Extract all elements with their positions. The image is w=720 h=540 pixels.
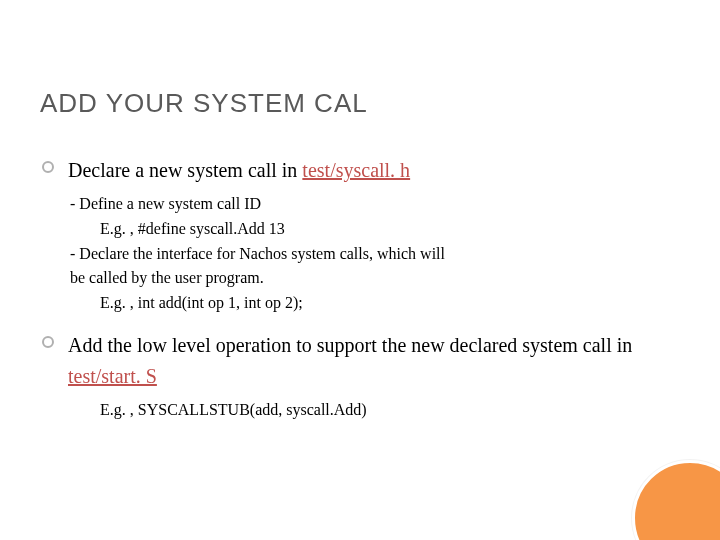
slide-title: ADD YOUR SYSTEM CAL [40, 88, 680, 119]
sub-line: - Declare the interface for Nachos syste… [70, 242, 680, 267]
decorative-circle-icon [632, 460, 720, 540]
list-item: Add the low level operation to support t… [42, 330, 680, 392]
list-item-text: Declare a new system call in test/syscal… [68, 155, 410, 186]
bullet-icon [42, 161, 54, 173]
sub-line: E.g. , #define syscall.Add 13 [100, 217, 680, 242]
sub-line: E.g. , int add(int op 1, int op 2); [100, 291, 680, 316]
slide: ADD YOUR SYSTEM CAL Declare a new system… [0, 0, 720, 540]
list-item: Declare a new system call in test/syscal… [42, 155, 680, 186]
slide-content: Declare a new system call in test/syscal… [40, 155, 680, 423]
bullet-icon [42, 336, 54, 348]
sub-line: be called by the user program. [70, 266, 680, 291]
sub-line: - Define a new system call ID [70, 192, 680, 217]
file-reference: test/start. S [68, 365, 157, 387]
spacer [40, 316, 680, 330]
list-item-text: Add the low level operation to support t… [68, 330, 680, 392]
text-run: Declare a new system call in [68, 159, 302, 181]
file-reference: test/syscall. h [302, 159, 410, 181]
sub-line: E.g. , SYSCALLSTUB(add, syscall.Add) [100, 398, 680, 423]
text-run: Add the low level operation to support t… [68, 334, 632, 356]
